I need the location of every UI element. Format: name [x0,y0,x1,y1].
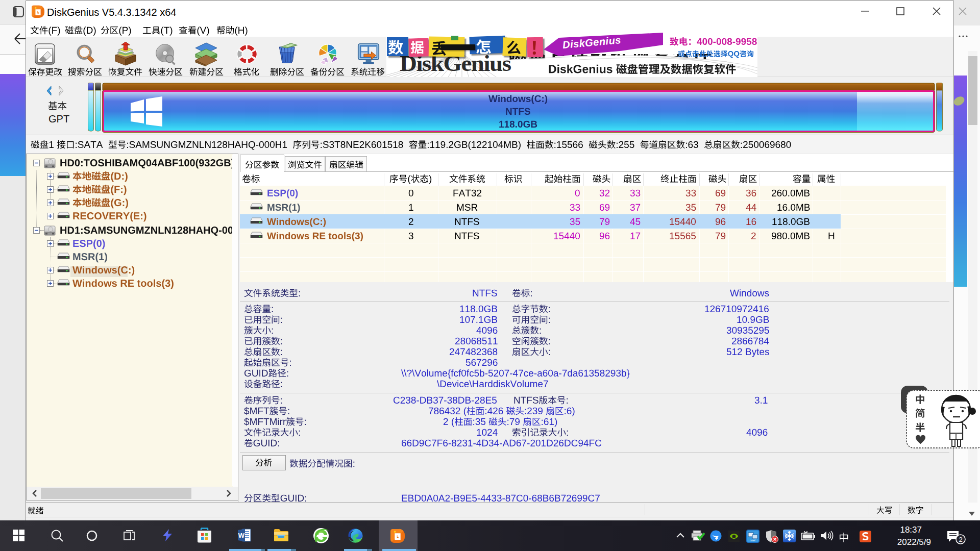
svg-text:2: 2 [959,536,962,543]
svg-text:W: W [238,532,245,539]
svg-text:intel: intel [750,539,755,542]
